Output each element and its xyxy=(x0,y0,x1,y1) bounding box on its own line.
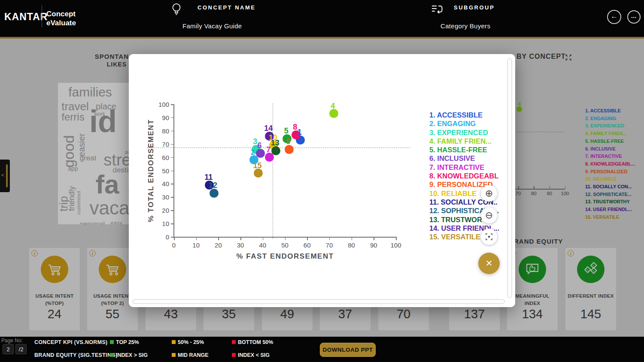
y-tick xyxy=(171,223,173,224)
x-tick-label: 10 xyxy=(192,241,200,249)
y-tick xyxy=(171,197,173,198)
legend-item: 2. ENGAGING xyxy=(429,119,499,128)
legend-swatch-label: MID RANGE xyxy=(178,352,209,358)
x-tick xyxy=(352,238,352,240)
back-arrow-icon: ← xyxy=(608,12,620,21)
x-tick-label: 30 xyxy=(237,241,244,249)
close-modal-button[interactable]: × xyxy=(478,253,500,274)
y-tick-label: 100 xyxy=(155,101,169,108)
zoom-in-icon: ⊕ xyxy=(485,188,493,199)
close-icon: × xyxy=(486,256,492,269)
data-point-number: 5 xyxy=(284,127,289,135)
x-axis-label: % FAST ENDORSEMENT xyxy=(236,252,334,261)
legend-color-swatch xyxy=(172,353,176,357)
concept-name-value: Family Vacay Guide xyxy=(182,22,242,30)
y-tick-label: 20 xyxy=(155,207,169,214)
page-current-box[interactable]: 2 xyxy=(3,344,14,354)
y-tick xyxy=(171,171,173,172)
x-tick xyxy=(263,238,264,240)
footer-legend-row: BRAND EQUITY (SIG.TESTING)INDEX > SIGMID… xyxy=(34,352,301,359)
x-tick xyxy=(396,238,397,240)
legend-swatch-label: INDEX < SIG xyxy=(238,352,270,358)
footer-legend-title: BRAND EQUITY (SIG.TESTING) xyxy=(34,352,118,358)
y-tick-label: 90 xyxy=(155,114,169,121)
zoom-in-button[interactable]: ⊕ xyxy=(481,185,497,202)
legend-item: 7. INTERACTIVE xyxy=(429,163,499,172)
reset-zoom-icon xyxy=(485,233,493,241)
data-point-13[interactable] xyxy=(271,146,280,155)
x-tick-label: 60 xyxy=(304,241,311,249)
x-tick xyxy=(285,238,286,240)
subgroup-value: Category Buyers xyxy=(440,22,490,30)
y-tick xyxy=(171,237,173,238)
x-tick xyxy=(196,238,197,240)
reset-zoom-button[interactable] xyxy=(481,229,497,245)
y-tick-label: 10 xyxy=(155,220,169,227)
data-point-number: 2 xyxy=(251,148,255,156)
page-total-box: /2 xyxy=(15,344,27,354)
data-point-number: 14 xyxy=(264,124,273,132)
legend-item: 6. INCLUSIVE xyxy=(429,154,499,163)
data-point-4[interactable] xyxy=(329,109,338,118)
x-tick xyxy=(240,238,241,240)
legend-swatch-label: TOP 25% xyxy=(116,339,139,345)
x-tick-label: 70 xyxy=(326,241,333,249)
x-tick-label: 100 xyxy=(390,241,401,249)
legend-color-swatch xyxy=(110,353,114,357)
download-ppt-button[interactable]: DOWNLOAD PPT xyxy=(320,343,376,357)
y-tick xyxy=(171,131,173,132)
vertical-scrollbar[interactable] xyxy=(507,58,512,298)
data-point-number: 9 xyxy=(286,138,291,145)
footer-legend-row: CONCEPT KPI (VS.NORMS)TOP 25%50% - 25%BO… xyxy=(34,339,301,346)
data-point-number: 1 xyxy=(298,128,302,136)
x-tick xyxy=(307,238,308,240)
y-axis-label: % TOTAL ENDORSEMENT xyxy=(147,119,155,222)
data-point-number: 12 xyxy=(209,181,217,189)
ellipsis-icon: ••• xyxy=(628,15,640,20)
data-point-15[interactable] xyxy=(254,169,263,178)
x-tick-label: 20 xyxy=(215,241,222,249)
more-options-button[interactable]: ••• xyxy=(627,10,641,24)
zoom-out-icon: ⊖ xyxy=(485,210,493,220)
y-tick xyxy=(171,104,173,105)
data-point-12[interactable] xyxy=(210,189,219,198)
x-tick-label: 0 xyxy=(172,241,176,249)
y-tick-label: 70 xyxy=(155,140,169,148)
y-tick xyxy=(171,210,173,211)
horizontal-scrollbar[interactable] xyxy=(132,299,505,304)
x-tick-label: 50 xyxy=(281,241,289,249)
legend-item: 1. ACCESSIBLE xyxy=(429,111,499,119)
y-tick-label: 60 xyxy=(155,154,169,161)
legend-swatch-label: 50% - 25% xyxy=(178,339,204,345)
data-point-6[interactable] xyxy=(256,149,265,158)
product-name: Concept eValuate xyxy=(46,9,76,27)
legend-item: 4. FAMILY FRIEN... xyxy=(429,137,499,145)
legend-item: 5. HASSLE-FREE xyxy=(429,145,499,154)
x-tick-label: 40 xyxy=(259,241,266,249)
y-tick-label: 50 xyxy=(155,167,169,174)
subgroup-icon xyxy=(431,3,444,18)
data-point-9[interactable] xyxy=(285,145,294,154)
legend-swatch-label: BOTTOM 50% xyxy=(238,339,273,345)
back-button[interactable]: ← xyxy=(607,10,621,24)
y-tick xyxy=(171,184,173,184)
footer-legend-title: CONCEPT KPI (VS.NORMS) xyxy=(34,339,108,345)
x-tick xyxy=(374,238,374,240)
y-tick xyxy=(171,118,173,118)
legend-swatch-label: INDEX > SIG xyxy=(116,352,148,358)
data-point-number: 15 xyxy=(253,162,261,169)
x-tick xyxy=(218,238,219,240)
chart-modal: % TOTAL ENDORSEMENT % FAST ENDORSEMENT 0… xyxy=(129,54,515,307)
data-point-number: 11 xyxy=(204,173,213,181)
x-tick-label: 80 xyxy=(348,241,355,249)
app: KANTAR Concept eValuate CONCEPT NAME Fam… xyxy=(0,0,644,362)
zoom-out-button[interactable]: ⊖ xyxy=(481,207,497,223)
legend-item: 3. EXPERIENCED xyxy=(429,128,499,137)
y-tick xyxy=(171,144,173,145)
legend-color-swatch xyxy=(110,340,114,344)
subgroup-label: SUBGROUP xyxy=(454,4,495,11)
footer: Page No: 2 /2 CONCEPT KPI (VS.NORMS)TOP … xyxy=(0,337,644,362)
legend-color-swatch xyxy=(232,340,236,344)
legend-color-swatch xyxy=(232,353,236,357)
y-tick-label: 0 xyxy=(155,233,169,241)
